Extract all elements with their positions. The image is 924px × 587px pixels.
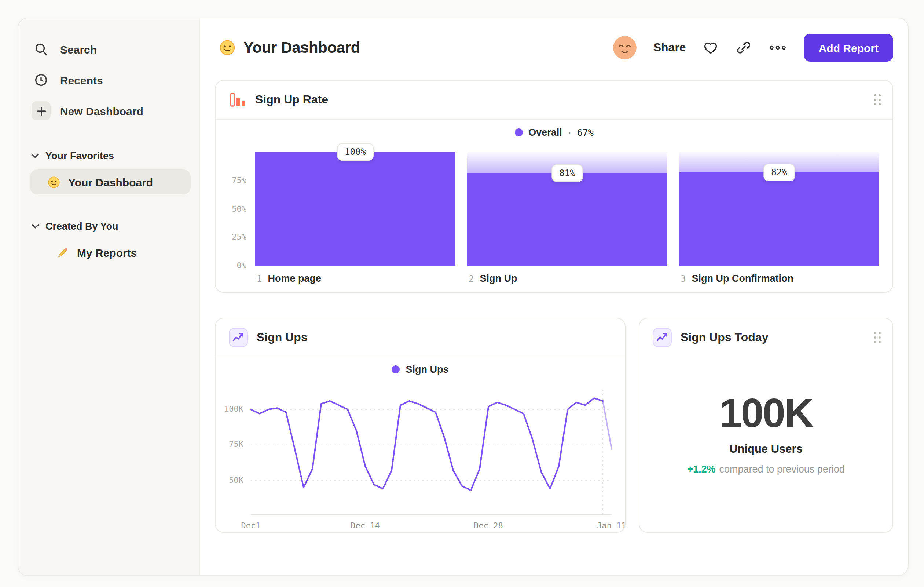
funnel-value-chip: 100%	[337, 143, 374, 161]
sidebar-item-recents[interactable]: Recents	[30, 67, 191, 93]
signups-card: Sign Ups Sign Ups 100K75K50KDec1Dec 14De…	[215, 318, 625, 533]
step-name: Home page	[268, 273, 321, 284]
main-content: Your Dashboard Share	[200, 18, 908, 575]
funnel-step[interactable]: 100%1Home page	[255, 152, 455, 292]
section-label: Your Favorites	[45, 150, 114, 161]
funnel-category-label: 1Home page	[255, 266, 455, 284]
funnel-bars: 100%1Home page81%2Sign Up82%3Sign Up Con…	[255, 152, 879, 292]
plus-icon	[31, 101, 51, 120]
link-icon	[736, 40, 752, 56]
step-number: 3	[681, 274, 686, 284]
y-tick-label: 50%	[232, 204, 246, 213]
stat-delta-row: +1.2%compared to previous period	[687, 463, 845, 475]
stat-delta-note: compared to previous period	[719, 463, 845, 475]
copy-link-button[interactable]	[736, 40, 752, 56]
card-title: Sign Ups	[257, 331, 308, 344]
smiley-emoji-icon	[219, 40, 235, 56]
sidebar-item-search[interactable]: Search	[30, 36, 191, 62]
x-tick-label: Dec1	[241, 521, 261, 531]
card-header: Sign Ups	[216, 318, 625, 357]
y-tick-label: 75%	[232, 176, 246, 185]
sidebar: Search Recents New Dashboard	[18, 18, 200, 575]
signup-rate-card: Sign Up Rate Overall · 67% 75%50%25%0% 1…	[215, 80, 893, 293]
search-icon	[31, 40, 51, 59]
avatar[interactable]	[613, 36, 637, 60]
funnel-value-chip: 82%	[763, 164, 795, 181]
drag-handle-icon[interactable]	[874, 332, 881, 343]
section-label: Created By You	[45, 220, 119, 231]
funnel-y-axis: 75%50%25%0%	[224, 152, 251, 266]
sidebar-item-label: My Reports	[77, 246, 137, 259]
line-legend: Sign Ups	[216, 357, 625, 381]
funnel-bar[interactable]	[467, 174, 667, 266]
y-tick-label: 75K	[217, 440, 243, 450]
funnel-chart: 75%50%25%0% 100%1Home page81%2Sign Up82%…	[216, 145, 893, 292]
sidebar-item-my-reports[interactable]: My Reports	[30, 240, 191, 265]
funnel-legend: Overall · 67%	[216, 120, 893, 145]
legend-dot	[515, 128, 523, 136]
step-number: 2	[469, 274, 474, 284]
stat-unit-label: Unique Users	[729, 442, 803, 455]
funnel-bar[interactable]	[679, 172, 879, 266]
stat-body: 100K Unique Users +1.2%compared to previ…	[639, 357, 893, 532]
card-title: Sign Up Rate	[255, 93, 328, 106]
y-tick-label: 100K	[217, 404, 243, 414]
section-header-your-favorites[interactable]: Your Favorites	[30, 145, 191, 167]
step-number: 1	[257, 274, 262, 284]
dashboard-header: Your Dashboard Share	[219, 33, 893, 62]
bar-chart-icon	[229, 91, 246, 109]
step-name: Sign Up Confirmation	[691, 273, 794, 284]
legend-dot	[392, 365, 400, 373]
line-plot: 100K75K50KDec1Dec 14Dec 28Jan 11	[251, 390, 612, 515]
clock-icon	[31, 70, 51, 89]
stat-value: 100K	[719, 392, 813, 433]
y-tick-label: 0%	[237, 261, 247, 270]
legend-separator: ·	[568, 127, 571, 137]
sidebar-item-label: New Dashboard	[60, 104, 144, 117]
sidebar-item-label: Search	[60, 43, 97, 55]
step-name: Sign Up	[480, 273, 517, 284]
line-chart-icon	[653, 328, 672, 347]
x-tick-label: Jan 11	[597, 521, 626, 531]
smiley-emoji-icon	[48, 176, 60, 188]
section-header-created-by-you[interactable]: Created By You	[30, 215, 191, 237]
funnel-step[interactable]: 81%2Sign Up	[467, 152, 667, 292]
card-header: Sign Up Rate	[216, 81, 893, 120]
legend-value: 67%	[577, 127, 594, 137]
sidebar-item-label: Your Dashboard	[68, 176, 153, 188]
chevron-down-icon	[31, 223, 39, 228]
funnel-step[interactable]: 82%3Sign Up Confirmation	[679, 152, 879, 292]
section-created-by-you: Created By You My Reports	[30, 215, 191, 265]
section-your-favorites: Your Favorites Your Dashboard	[30, 145, 191, 194]
chevron-down-icon	[31, 153, 39, 158]
y-tick-label: 50K	[217, 475, 243, 484]
sidebar-item-your-dashboard[interactable]: Your Dashboard	[30, 169, 191, 194]
header-controls: Share	[613, 34, 893, 62]
legend-label: Sign Ups	[406, 364, 449, 375]
y-tick-label: 25%	[232, 233, 246, 242]
funnel-bar[interactable]	[255, 152, 455, 266]
card-header: Sign Ups Today	[639, 318, 893, 357]
signups-today-card: Sign Ups Today 100K Unique Users +1.2%co…	[639, 318, 893, 533]
line-chart-icon	[229, 328, 248, 347]
funnel-value-chip: 81%	[551, 165, 583, 182]
stat-delta: +1.2%	[687, 463, 715, 475]
more-options-button[interactable]	[769, 40, 787, 56]
page-title: Your Dashboard	[243, 39, 360, 56]
x-tick-label: Dec 28	[474, 521, 503, 531]
funnel-category-label: 3Sign Up Confirmation	[679, 266, 879, 284]
x-tick-label: Dec 14	[351, 521, 380, 531]
pencil-icon	[56, 246, 69, 259]
share-button[interactable]: Share	[653, 41, 686, 54]
card-title: Sign Ups Today	[681, 331, 768, 344]
add-report-button[interactable]: Add Report	[804, 34, 893, 62]
legend-label: Overall	[528, 127, 562, 137]
heart-icon	[703, 40, 719, 56]
favorite-heart-button[interactable]	[703, 40, 719, 56]
sidebar-item-new-dashboard[interactable]: New Dashboard	[30, 98, 191, 124]
cards-row: Sign Ups Sign Ups 100K75K50KDec1Dec 14De…	[215, 318, 893, 533]
drag-handle-icon[interactable]	[874, 94, 881, 105]
more-options-icon	[769, 40, 787, 56]
sidebar-item-label: Recents	[60, 74, 103, 86]
funnel-category-label: 2Sign Up	[467, 266, 667, 284]
